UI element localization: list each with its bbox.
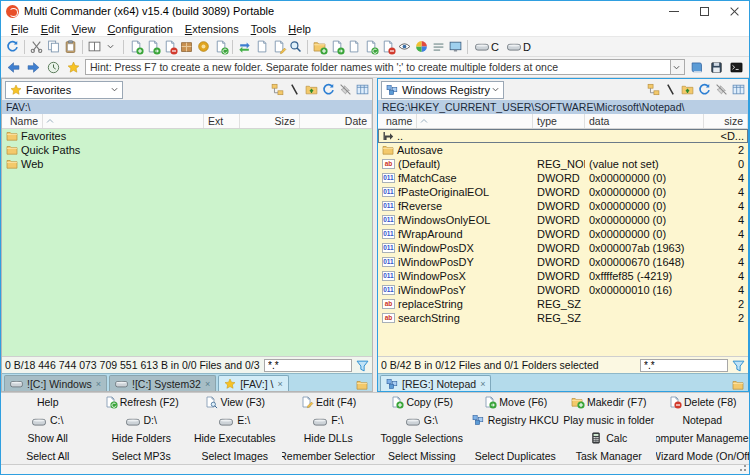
cut-button[interactable]: [28, 38, 45, 55]
menu-help[interactable]: Help: [282, 23, 317, 35]
column-date[interactable]: Date: [300, 114, 372, 128]
select-images-button[interactable]: Select Images: [188, 447, 282, 465]
back-button[interactable]: [5, 59, 22, 76]
tab-close-icon[interactable]: ×: [480, 379, 485, 389]
color-settings-button[interactable]: [413, 38, 430, 55]
refresh-f2-button[interactable]: Refresh (F2): [95, 393, 189, 411]
menu-tools[interactable]: Tools: [245, 23, 283, 35]
delete-file-button[interactable]: [161, 38, 178, 55]
move-f6-button[interactable]: Move (F6): [469, 393, 563, 411]
select-all-button[interactable]: Select All: [1, 447, 95, 465]
right-filter-input[interactable]: [640, 359, 728, 372]
registry-row[interactable]: replaceString REG_SZ 2: [378, 297, 748, 311]
column-type[interactable]: type: [533, 114, 585, 128]
registry-row[interactable]: iWindowPosDY DWORD 0x00000670 (1648) 4: [378, 255, 748, 269]
history-button[interactable]: [45, 59, 62, 76]
registry-row-up[interactable]: .. <D...: [378, 129, 748, 143]
play-music-button[interactable]: Play music in folder: [562, 411, 656, 429]
hint-input[interactable]: [85, 59, 671, 75]
right-source-select[interactable]: Windows Registry: [381, 81, 504, 99]
select-duplicates-button[interactable]: Select Duplicates: [469, 447, 563, 465]
list-item[interactable]: Quick Paths: [2, 143, 372, 157]
calc-button[interactable]: Calc: [562, 429, 656, 447]
menu-extensions[interactable]: Extensions: [179, 23, 245, 35]
registry-row[interactable]: iWindowPosX DWORD 0xffffef85 (-4219) 4: [378, 269, 748, 283]
drive-e-cmd-button[interactable]: E:\: [188, 411, 282, 429]
pack-files-button[interactable]: [178, 38, 195, 55]
paste-button[interactable]: [62, 38, 79, 55]
notes-button[interactable]: [688, 59, 705, 76]
new-file-button[interactable]: [127, 38, 144, 55]
registry-row[interactable]: iWindowPosDX DWORD 0x000007ab (1963) 4: [378, 241, 748, 255]
drive-c-cmd-button[interactable]: C:\: [1, 411, 95, 429]
drive-g-cmd-button[interactable]: G:\: [375, 411, 469, 429]
file-zero-button[interactable]: [379, 38, 396, 55]
go-root-icon[interactable]: [664, 83, 677, 96]
view-f3-button[interactable]: View (F3): [188, 393, 282, 411]
remember-selection-button[interactable]: Remember Selection: [282, 447, 376, 465]
menu-file[interactable]: File: [5, 23, 35, 35]
refresh-button[interactable]: [4, 38, 21, 55]
left-filter-input[interactable]: [264, 359, 352, 372]
menu-configuration[interactable]: Configuration: [101, 23, 178, 35]
file-tool-button-3[interactable]: [362, 38, 379, 55]
tab-c-system32[interactable]: ![C:] System32×: [109, 375, 216, 391]
drive-c-button[interactable]: C: [471, 38, 503, 55]
go-root-icon[interactable]: [288, 83, 301, 96]
filter-icon[interactable]: [356, 359, 369, 372]
column-size[interactable]: Size: [240, 114, 300, 128]
tab-close-icon[interactable]: ×: [205, 379, 210, 389]
tab-list-icon[interactable]: [732, 379, 744, 391]
columns-icon[interactable]: [356, 83, 369, 96]
show-all-button[interactable]: Show All: [1, 429, 95, 447]
copy-f5-button[interactable]: Copy (F5): [375, 393, 469, 411]
panel-layout-dropdown[interactable]: [103, 38, 120, 55]
window-view-button[interactable]: [447, 38, 464, 55]
refresh-icon[interactable]: [322, 83, 335, 96]
sync-button[interactable]: [236, 38, 253, 55]
close-button[interactable]: [719, 1, 749, 21]
hide-folders-button[interactable]: Hide Folders: [95, 429, 189, 447]
registry-row[interactable]: fPasteOriginalEOL DWORD 0x00000000 (0) 4: [378, 185, 748, 199]
tab-c-windows[interactable]: ![C:] Windows×: [4, 375, 107, 391]
search-button[interactable]: [287, 38, 304, 55]
registry-hkcu-button[interactable]: Registry HKCU: [469, 411, 563, 429]
registry-row[interactable]: fMatchCase DWORD 0x00000000 (0) 4: [378, 171, 748, 185]
menu-view[interactable]: View: [66, 23, 102, 35]
column-ext[interactable]: Ext: [204, 114, 240, 128]
registry-row[interactable]: searchString REG_SZ 2: [378, 311, 748, 325]
copy-path-icon[interactable]: [271, 83, 284, 96]
registry-row[interactable]: fReverse DWORD 0x00000000 (0) 4: [378, 199, 748, 213]
drive-f-cmd-button[interactable]: F:\: [282, 411, 376, 429]
checksum-button[interactable]: [195, 38, 212, 55]
registry-row[interactable]: Autosave 2: [378, 143, 748, 157]
select-mp3s-button[interactable]: Select MP3s: [95, 447, 189, 465]
view-file-button[interactable]: [253, 38, 270, 55]
copy-button[interactable]: [45, 38, 62, 55]
right-path-bar[interactable]: REG:\HKEY_CURRENT_USER\SOFTWARE\Microsof…: [378, 100, 748, 114]
filter-icon[interactable]: [732, 359, 745, 372]
makedir-f7-button[interactable]: Makedir (F7): [562, 393, 656, 411]
list-item[interactable]: Web: [2, 157, 372, 171]
registry-row[interactable]: (Default) REG_NONE (value not set) 0: [378, 157, 748, 171]
columns-icon[interactable]: [732, 83, 745, 96]
edit-f4-button[interactable]: Edit (F4): [282, 393, 376, 411]
favorites-button[interactable]: [311, 38, 328, 55]
command-line-button[interactable]: [728, 59, 745, 76]
column-data[interactable]: data: [585, 114, 704, 128]
maximize-button[interactable]: [689, 1, 719, 21]
drive-d-button[interactable]: D: [503, 38, 535, 55]
hint-dropdown[interactable]: [671, 59, 685, 75]
registry-row[interactable]: iWindowPosY DWORD 0x00000010 (16) 4: [378, 283, 748, 297]
task-manager-button[interactable]: Task Manager: [562, 447, 656, 465]
panel-layout-button[interactable]: [86, 38, 103, 55]
copy-file-button[interactable]: [144, 38, 161, 55]
favorite-star-button[interactable]: [65, 59, 82, 76]
tab-fav[interactable]: [FAV:] \×: [218, 375, 289, 391]
folder-up-icon[interactable]: [681, 83, 694, 96]
tab-reg-notepad[interactable]: [REG:] Notepad×: [380, 375, 491, 391]
minimize-button[interactable]: [659, 1, 689, 21]
refresh-icon[interactable]: [698, 83, 711, 96]
column-size[interactable]: size: [704, 114, 748, 128]
tab-list-icon[interactable]: [356, 379, 368, 391]
